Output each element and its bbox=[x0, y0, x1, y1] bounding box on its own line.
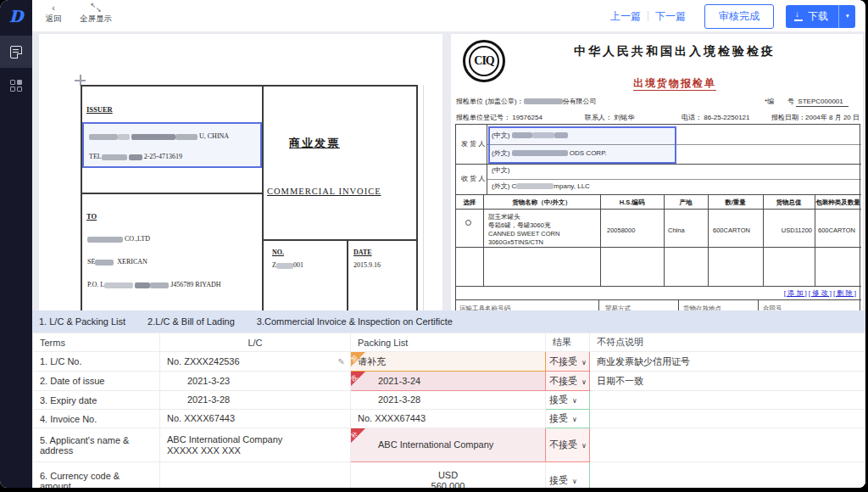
tab-1[interactable]: 1. L/C & Packing List bbox=[39, 316, 125, 327]
issuer-highlight-box[interactable] bbox=[82, 122, 262, 168]
result-select[interactable]: 不接受∨ bbox=[546, 428, 590, 462]
goods-col-header: 包装种类及数量 bbox=[815, 198, 861, 207]
download-label: 下载 bbox=[808, 9, 828, 24]
download-button[interactable]: 下载 bbox=[786, 5, 838, 28]
invoice-date-label: DATE bbox=[353, 249, 372, 256]
result-select[interactable]: 接受∨ bbox=[546, 391, 590, 410]
screen: D ‹ 返回 ↖↘ 全屏显示 上一篇 下一篇 审核完成 bbox=[0, 0, 868, 492]
packing-value-cell: USD560,000 bbox=[351, 462, 546, 489]
goods-col-header: H.S.编码 bbox=[600, 198, 664, 207]
fullscreen-button[interactable]: ↖↘ 全屏显示 bbox=[80, 3, 112, 24]
comparison-row: 3. Expiry date2021-3-282021-3-28接受∨ bbox=[33, 391, 865, 410]
chevron-down-icon: ∨ bbox=[581, 378, 587, 386]
goods-action-link-2[interactable]: [ 修 改 ] bbox=[809, 288, 832, 298]
goods-action-link-3[interactable]: [ 删 除 ] bbox=[833, 288, 856, 298]
issuer-line2: TEL 2-25-4713619 bbox=[89, 153, 182, 160]
discrepancy-note-cell: 日期不一致 bbox=[590, 372, 865, 391]
goods-package: 600CARTON bbox=[818, 226, 855, 234]
result-select[interactable]: 接受∨ bbox=[546, 410, 590, 428]
next-doc-link[interactable]: 下一篇 bbox=[648, 9, 693, 24]
term-cell: 1. L/C No. bbox=[33, 352, 160, 372]
app-logo: D bbox=[6, 6, 26, 26]
packing-value-cell: 加请补充 bbox=[351, 352, 546, 372]
consignee-cn: (中文) bbox=[492, 165, 509, 175]
goods-origin: China bbox=[668, 226, 685, 234]
reg-no: 报检单位登记号： 19576254 bbox=[456, 113, 542, 122]
goods-col-header: 货物总值 bbox=[763, 198, 815, 207]
lc-value-cell: No. ZXXX242536✎ bbox=[160, 352, 351, 372]
term-cell: 3. Expiry date bbox=[33, 391, 160, 410]
grid-icon bbox=[10, 80, 22, 92]
goods-col-header: 数/重量 bbox=[708, 198, 763, 207]
goods-row-radio[interactable] bbox=[465, 220, 471, 226]
lc-value-cell: 2021-3-23 bbox=[160, 372, 351, 391]
download-split-button: 下载 ▼ bbox=[786, 5, 855, 28]
goods-col-header: 产地 bbox=[664, 198, 708, 207]
invoice-title-cn: 商业发票 bbox=[289, 136, 340, 151]
term-cell: 5. Applicant's name & address bbox=[33, 428, 160, 462]
lc-value-cell: ABC International CompanyXXXXX XXX XXX bbox=[160, 428, 351, 462]
consignor-highlight-box[interactable] bbox=[488, 126, 676, 164]
tab-2[interactable]: 2.L/C & Bill of Lading bbox=[147, 316, 235, 327]
diff-corner-badge: 补 bbox=[351, 428, 365, 443]
discrepancy-note-cell bbox=[590, 410, 865, 428]
lc-value-cell bbox=[160, 462, 351, 489]
download-icon bbox=[794, 12, 803, 21]
comparison-table: Terms L/C Packing List 结果 不符点说明 1. L/C N… bbox=[32, 333, 865, 488]
consignee-label: 收 货 人 bbox=[461, 174, 485, 183]
discrepancy-note-cell bbox=[590, 391, 865, 410]
ciq-logo: CIQ bbox=[463, 40, 505, 82]
goods-action-link-1[interactable]: [ 添 加 ] bbox=[784, 288, 807, 298]
comparison-row: 4. Invoice No.No. XXXX67443No. XXXX67443… bbox=[33, 410, 865, 428]
result-select[interactable]: 接受∨ bbox=[546, 462, 590, 489]
back-label: 返回 bbox=[46, 14, 62, 24]
col-lc: L/C bbox=[160, 333, 351, 352]
diff-corner-badge: 加 bbox=[351, 352, 365, 366]
packing-value-cell: 2021-3-28 bbox=[351, 391, 546, 410]
sidebar-item-documents[interactable] bbox=[0, 36, 32, 68]
issuer-line1: U, CHINA bbox=[89, 132, 229, 140]
caret-down-icon: ▼ bbox=[844, 13, 849, 19]
goods-action-links: [ 添 加 ][ 修 改 ][ 删 除 ] bbox=[784, 288, 856, 298]
comparison-panel: 1. L/C & Packing List2.L/C & Bill of Lad… bbox=[32, 310, 865, 488]
review-done-button[interactable]: 审核完成 bbox=[704, 4, 774, 29]
lc-value-cell: No. XXXX67443 bbox=[160, 410, 351, 428]
comparison-header-row: Terms L/C Packing List 结果 不符点说明 bbox=[33, 333, 865, 352]
comparison-row: 2. Date of issue2021-3-23改2021-3-24不接受∨日… bbox=[33, 372, 865, 391]
term-cell: 2. Date of issue bbox=[33, 372, 160, 391]
result-select[interactable]: 不接受∨ bbox=[546, 372, 590, 391]
goods-col-header: 选择 bbox=[456, 198, 483, 207]
download-caret-button[interactable]: ▼ bbox=[838, 5, 855, 28]
prev-doc-link[interactable]: 上一篇 bbox=[604, 9, 648, 24]
fullscreen-label: 全屏显示 bbox=[80, 14, 112, 24]
tab-3[interactable]: 3.Commercial Invoice & Inspection on Cer… bbox=[257, 316, 453, 327]
discrepancy-note-cell bbox=[590, 462, 865, 489]
invoice-date-value: 2015.9.16 bbox=[353, 261, 381, 269]
chevron-down-icon: ∨ bbox=[572, 416, 577, 423]
inspection-subtitle: 出境货物报检单 bbox=[505, 75, 844, 91]
chevron-left-icon: ‹ bbox=[52, 3, 55, 14]
consignor-label: 发 货 人 bbox=[461, 139, 485, 148]
contact: 联系人： 刘铭华 bbox=[585, 113, 634, 122]
tab-bar: 1. L/C & Packing List2.L/C & Bill of Lad… bbox=[32, 310, 865, 333]
consignee-en: (外文) Cmpany, LLC bbox=[492, 182, 590, 191]
main-area: ISSUER U, CHINA TEL 2-25-4713619 TO CO.,… bbox=[32, 32, 865, 488]
fullscreen-icon: ↖↘ bbox=[91, 3, 102, 14]
inspection-title: 中华人民共和国出入境检验检疫 bbox=[505, 44, 844, 59]
goods-name: 甜玉米罐头每箱6罐，每罐3060克CANNED SWEET CORN3060Gx… bbox=[488, 213, 559, 247]
comparison-row: 5. Applicant's name & addressABC Interna… bbox=[33, 428, 865, 462]
back-button[interactable]: ‹ 返回 bbox=[39, 3, 68, 24]
document-icon bbox=[10, 46, 22, 59]
packing-value-cell: No. XXXX67443 bbox=[351, 410, 546, 428]
diff-corner-badge: 改 bbox=[351, 372, 365, 386]
sidebar-item-apps[interactable] bbox=[0, 70, 32, 102]
edit-pencil-icon[interactable]: ✎ bbox=[338, 357, 345, 366]
app-window: D ‹ 返回 ↖↘ 全屏显示 上一篇 下一篇 审核完成 bbox=[0, 0, 865, 488]
chevron-down-icon: ∨ bbox=[572, 397, 577, 405]
unit-line: 报检单位 (加盖公章)：份有限公司 bbox=[456, 97, 597, 106]
to-line2: SE XERICAN bbox=[87, 258, 147, 266]
result-select[interactable]: 不接受∨ bbox=[546, 352, 590, 372]
goods-hs-code: 20058000 bbox=[607, 226, 635, 234]
inspection-date: 报检日期：2004年 8 月 20 日 bbox=[771, 113, 860, 122]
to-line3: P.O. L J456789 RIYADH bbox=[87, 281, 221, 288]
